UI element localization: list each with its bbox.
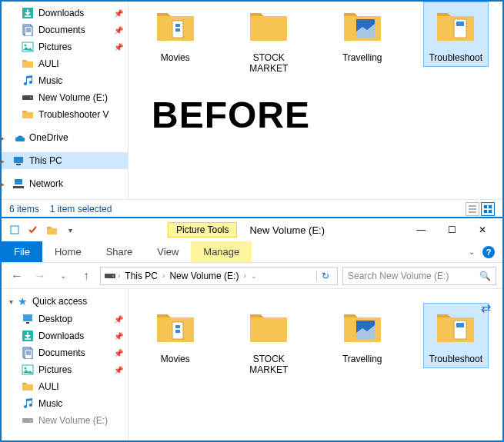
maximize-button[interactable]: ☐ — [436, 218, 467, 241]
qat-properties-button[interactable] — [6, 221, 23, 238]
documents-icon — [22, 24, 34, 36]
refresh-button[interactable]: ↻ — [316, 271, 334, 281]
address-bar[interactable]: › This PC › New Volume (E:) › ⌄ ↻ — [100, 267, 338, 285]
folder-icon — [22, 58, 34, 70]
pin-icon: 📌 — [114, 366, 123, 374]
quick-access-toolbar: ▾ — [6, 221, 78, 238]
window-title: New Volume (E:) — [249, 224, 325, 236]
sidebar-item-auli[interactable]: AULI — [2, 55, 128, 72]
pin-icon: 📌 — [114, 9, 123, 18]
sidebar-item-desktop[interactable]: Desktop📌 — [2, 311, 128, 327]
sidebar-item-pictures[interactable]: Pictures📌 — [2, 38, 128, 55]
title-bar[interactable]: ▾ Picture Tools New Volume (E:) — ☐ ✕ — [2, 218, 502, 241]
svg-rect-20 — [489, 205, 492, 208]
forward-button[interactable]: → — [31, 267, 49, 285]
pictures-icon — [22, 41, 34, 53]
pictures-icon — [22, 364, 34, 376]
tab-file[interactable]: File — [2, 241, 42, 262]
onedrive-icon — [12, 131, 25, 144]
chevron-right-icon[interactable]: ▶ — [2, 157, 5, 165]
view-largeicons-button[interactable] — [481, 202, 495, 216]
qat-newfolder-button[interactable] — [43, 221, 60, 238]
content-area[interactable]: Movies STOCK MARKET Travelling Troublesh… — [129, 2, 502, 199]
content-area[interactable]: Movies STOCK MARKET Travelling ⇄ Trouble… — [129, 289, 502, 440]
folder-travelling[interactable]: Travelling — [329, 303, 396, 368]
downloads-icon — [22, 330, 34, 342]
explorer-window-after: ▾ Picture Tools New Volume (E:) — ☐ ✕ Fi… — [0, 217, 504, 442]
minimize-button[interactable]: — — [406, 218, 436, 241]
breadcrumb-current[interactable]: New Volume (E:) — [166, 271, 242, 281]
svg-rect-26 — [175, 330, 180, 333]
status-selection: 1 item selected — [50, 204, 112, 214]
back-button[interactable]: ← — [8, 267, 26, 285]
chevron-right-icon[interactable]: ▶ — [2, 134, 5, 142]
context-tab-group: Picture Tools — [168, 222, 237, 238]
svg-rect-25 — [175, 325, 180, 328]
search-box[interactable]: Search New Volume (E:)🔍 — [342, 267, 496, 285]
folder-icon — [436, 307, 476, 349]
view-details-button[interactable] — [466, 202, 479, 216]
music-icon — [22, 397, 34, 410]
qat-customize-button[interactable]: ▾ — [62, 221, 78, 238]
sidebar-item-network[interactable]: ▶Network — [2, 175, 128, 192]
sidebar-item-music[interactable]: Music — [2, 395, 128, 412]
chevron-down-icon[interactable]: ▾ — [9, 297, 13, 306]
sidebar-item-newvolume[interactable]: New Volume (E:) — [2, 89, 128, 106]
qat-check-button[interactable] — [25, 221, 42, 238]
folder-stockmarket[interactable]: STOCK MARKET — [236, 2, 302, 78]
tab-home[interactable]: Home — [42, 241, 94, 262]
status-bar: 6 items 1 item selected — [2, 199, 502, 218]
nav-pane: ▾★Quick access Desktop📌 Downloads📌 Docum… — [2, 289, 129, 440]
pin-icon: 📌 — [114, 349, 123, 357]
folder-icon — [249, 5, 289, 48]
chevron-right-icon[interactable]: › — [162, 271, 165, 280]
folder-stockmarket[interactable]: STOCK MARKET — [236, 303, 302, 379]
sidebar-item-pictures[interactable]: Pictures📌 — [2, 361, 128, 378]
sidebar-item-troubleshooter[interactable]: Troubleshooter V — [2, 106, 128, 123]
share-arrows-icon: ⇄ — [481, 301, 491, 315]
sidebar-item-thispc[interactable]: ▶This PC — [2, 152, 128, 169]
svg-rect-15 — [175, 28, 180, 32]
ribbon-collapse-button[interactable]: ⌄ — [469, 248, 475, 256]
downloads-icon — [22, 7, 34, 19]
sidebar-item-onedrive[interactable]: ▶OneDrive — [2, 129, 128, 146]
sidebar-item-music[interactable]: Music — [2, 72, 128, 89]
address-dropdown-button[interactable]: ⌄ — [248, 272, 260, 280]
tab-manage[interactable]: Manage — [191, 241, 252, 262]
sidebar-item-documents[interactable]: Documents📌 — [2, 344, 128, 361]
folder-troubleshoot[interactable]: ⇄ Troubleshoot — [423, 303, 489, 368]
sidebar-item-downloads[interactable]: Downloads📌 — [2, 327, 128, 344]
chevron-right-icon[interactable]: › — [243, 271, 245, 280]
close-button[interactable]: ✕ — [467, 218, 498, 241]
search-placeholder: Search New Volume (E:) — [348, 271, 449, 281]
tab-share[interactable]: Share — [94, 241, 145, 262]
up-button[interactable]: ↑ — [77, 267, 95, 285]
search-icon: 🔍 — [479, 271, 491, 281]
chevron-right-icon[interactable]: › — [118, 271, 120, 280]
folder-icon — [249, 307, 289, 349]
overlay-label: BEFORE — [152, 94, 310, 136]
folder-movies[interactable]: Movies — [142, 2, 209, 67]
tab-view[interactable]: View — [145, 241, 191, 262]
sidebar-item-downloads[interactable]: Downloads📌 — [2, 5, 128, 22]
sidebar-item-documents[interactable]: Documents📌 — [2, 22, 128, 38]
desktop-icon — [22, 313, 34, 325]
sidebar-item-quickaccess[interactable]: ▾★Quick access — [2, 292, 128, 311]
folder-troubleshoot[interactable]: Troubleshoot — [423, 2, 489, 67]
nav-pane: Downloads📌 Documents📌 Pictures📌 AULI Mus… — [2, 2, 129, 199]
drive-icon — [22, 414, 34, 427]
chevron-right-icon[interactable]: ▶ — [2, 180, 5, 188]
sidebar-item-auli[interactable]: AULI — [2, 378, 128, 395]
svg-rect-19 — [484, 205, 487, 208]
sidebar-item-newvolume[interactable]: New Volume (E:) — [2, 412, 128, 429]
svg-rect-23 — [11, 226, 18, 234]
recent-locations-button[interactable]: ⌄ — [54, 267, 72, 285]
folder-travelling[interactable]: Travelling — [329, 2, 396, 67]
navigation-row: ← → ⌄ ↑ › This PC › New Volume (E:) › ⌄ … — [2, 263, 502, 289]
pin-icon: 📌 — [114, 332, 123, 341]
folder-movies[interactable]: Movies — [142, 303, 209, 368]
help-button[interactable]: ? — [482, 246, 495, 258]
breadcrumb-thispc[interactable]: This PC — [122, 271, 161, 281]
music-icon — [22, 75, 34, 87]
folder-icon — [436, 5, 476, 48]
